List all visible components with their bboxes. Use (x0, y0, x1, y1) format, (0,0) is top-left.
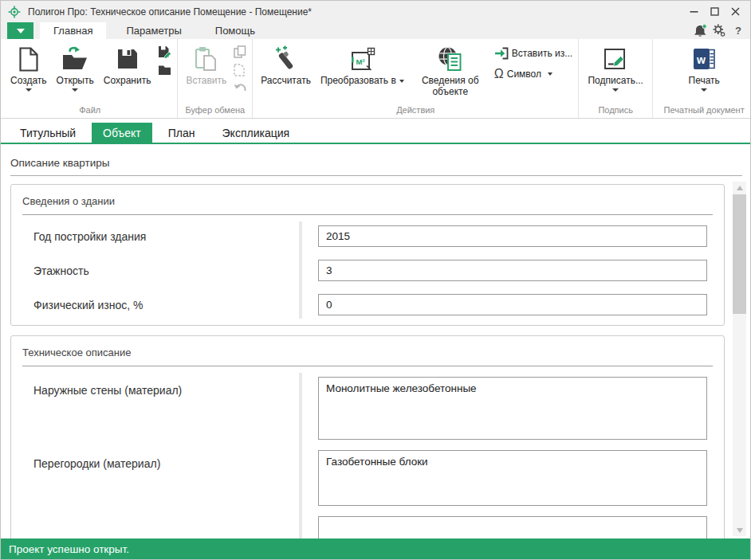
status-message: Проект успешно открыт. (9, 543, 129, 555)
help-button[interactable]: ? (731, 23, 745, 37)
open-recent-button[interactable] (158, 63, 171, 77)
field-label: Год постройки здания (11, 230, 309, 243)
ribbon-tabstrip: Главная Параметры Помощь (1, 22, 750, 39)
window-controls (683, 4, 745, 20)
group-label-file: Файл (2, 104, 177, 118)
tab-parameters[interactable]: Параметры (112, 22, 195, 39)
wear-percent-input[interactable] (318, 294, 707, 315)
doc-tab-titular[interactable]: Титульный (9, 123, 87, 143)
floors-input[interactable] (318, 260, 707, 281)
scrollbar-thumb[interactable] (733, 194, 746, 314)
sign-button[interactable]: Подписать... (583, 41, 647, 93)
close-button[interactable] (725, 4, 745, 20)
tab-help[interactable]: Помощь (202, 22, 269, 39)
doc-tab-explication[interactable]: Экспликация (211, 123, 301, 143)
field-label: Перегородки (материал) (11, 450, 309, 470)
symbol-button[interactable]: Ω Символ (494, 67, 572, 81)
chevron-down-icon (701, 88, 707, 92)
doc-tab-object[interactable]: Объект (92, 123, 152, 143)
copy-button[interactable] (234, 45, 246, 59)
notifications-button[interactable] (693, 23, 707, 37)
save-as-button[interactable] (158, 45, 171, 59)
convert-room-icon: M² (349, 43, 376, 75)
tab-home[interactable]: Главная (40, 22, 106, 39)
panel-title: Техническое описание (11, 336, 724, 366)
ribbon-group-print: w Печать Печатный документ (653, 39, 751, 118)
settings-button[interactable] (712, 23, 726, 37)
ribbon-group-clipboard: Вставить (178, 39, 253, 118)
word-document-icon: w (692, 43, 716, 75)
dashed-page-icon (234, 64, 245, 76)
field-label (11, 516, 309, 523)
undo-button[interactable] (234, 81, 246, 96)
field-row: Перегородки (материал) Газобетонные блок… (11, 450, 724, 506)
chevron-down-icon (72, 88, 78, 92)
paste-special-button[interactable] (234, 63, 246, 77)
app-logo-icon (8, 6, 21, 18)
field-row (11, 516, 724, 538)
vertical-scrollbar[interactable] (733, 182, 746, 536)
ribbon-group-file: Создать Открыть (2, 39, 178, 118)
object-info-button[interactable]: Сведения обобъекте (409, 41, 492, 99)
maximize-icon (710, 7, 719, 16)
outer-walls-textarea[interactable]: Монолитные железобетонные (318, 377, 707, 440)
undo-arrow-icon (234, 83, 246, 94)
minimize-icon (690, 7, 698, 16)
save-as-icon (158, 45, 171, 58)
globe-list-icon (438, 43, 463, 75)
copy-icon (234, 45, 246, 58)
build-year-input[interactable] (318, 225, 707, 247)
open-button[interactable]: Открыть (52, 41, 99, 93)
question-mark-icon: ? (735, 25, 741, 37)
paste-button[interactable]: Вставить (181, 41, 231, 88)
save-button[interactable]: Сохранить (99, 41, 156, 88)
quick-access-icons: ? (693, 23, 745, 37)
save-floppy-icon (116, 43, 139, 75)
triangle-up-icon (737, 186, 743, 190)
group-label-actions: Действия (253, 104, 578, 118)
chevron-down-icon (26, 88, 32, 92)
import-arrow-icon (494, 47, 509, 60)
doc-tab-plan[interactable]: План (157, 123, 206, 143)
magic-wand-icon (273, 43, 299, 75)
minimize-button[interactable] (683, 4, 704, 20)
next-field-textarea[interactable] (318, 516, 707, 538)
field-row: Этажность (11, 260, 724, 281)
new-document-icon (18, 43, 39, 75)
chevron-down-icon (548, 72, 552, 76)
convert-button[interactable]: M² Преобразовать в (316, 41, 409, 88)
app-menu-button[interactable] (7, 22, 33, 39)
print-button[interactable]: w Печать (682, 41, 725, 93)
chevron-down-icon (399, 80, 404, 83)
maximize-button[interactable] (704, 4, 725, 20)
calculate-button[interactable]: Рассчитать (256, 41, 316, 88)
svg-text:w: w (696, 53, 706, 66)
group-label-signature: Подпись (579, 104, 652, 118)
gear-icon (713, 24, 725, 37)
field-row: Год постройки здания (11, 225, 724, 247)
partitions-textarea[interactable]: Газобетонные блоки (318, 450, 707, 506)
scroll-up-button[interactable] (733, 182, 746, 194)
close-icon (731, 7, 740, 16)
object-tab-content: Описание квартиры Сведения о здании Год … (1, 144, 750, 538)
scroll-down-button[interactable] (733, 524, 746, 536)
panel-title: Сведения о здании (11, 185, 724, 214)
ribbon: Создать Открыть (1, 39, 750, 119)
omega-icon: Ω (494, 68, 504, 80)
insert-from-button[interactable]: Вставить из... (494, 46, 572, 61)
field-row: Физический износ, % (11, 294, 724, 315)
tech-description-panel: Техническое описание Наружные стены (мат… (10, 335, 725, 538)
triangle-down-icon (737, 528, 743, 533)
bell-icon (694, 24, 707, 37)
titlebar: Полигон Про: Техническое описание Помеще… (1, 1, 750, 22)
chevron-down-icon (612, 88, 619, 92)
field-label: Наружные стены (материал) (11, 377, 309, 397)
open-folder-icon (61, 43, 88, 75)
window-title: Полигон Про: Техническое описание Помеще… (28, 6, 312, 18)
field-label: Этажность (11, 264, 309, 277)
document-tabs: Титульный Объект План Экспликация (1, 119, 750, 144)
statusbar: Проект успешно открыт. (1, 538, 750, 559)
section-divider (10, 175, 742, 176)
create-button[interactable]: Создать (6, 41, 52, 93)
chevron-down-icon (17, 29, 25, 33)
